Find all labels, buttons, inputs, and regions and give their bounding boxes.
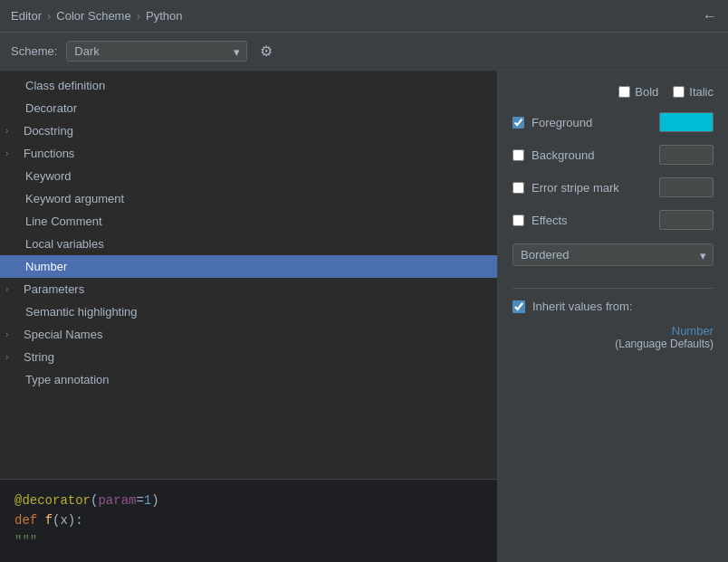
code-number: 1 xyxy=(144,493,151,508)
code-def: def xyxy=(14,513,37,528)
list-item-label: Class definition xyxy=(25,79,105,92)
background-row: Background xyxy=(512,142,714,167)
foreground-left: Foreground xyxy=(512,116,592,129)
inherit-source-name[interactable]: Number xyxy=(512,324,714,338)
list-area: Class definition Decorator › Docstring ›… xyxy=(0,71,497,479)
list-item-line-comment[interactable]: Line Comment xyxy=(0,210,497,233)
italic-checkbox[interactable] xyxy=(673,86,685,98)
background-left: Background xyxy=(512,148,594,162)
list-item-label: Local variables xyxy=(25,237,104,251)
list-item-string[interactable]: › String xyxy=(0,346,497,368)
foreground-row: Foreground xyxy=(512,110,714,135)
effects-swatch[interactable] xyxy=(659,210,714,230)
code-eq: = xyxy=(136,493,143,508)
code-func-name: f xyxy=(45,513,53,528)
left-panel: Class definition Decorator › Docstring ›… xyxy=(0,71,498,562)
background-checkbox[interactable] xyxy=(512,149,524,161)
expand-arrow-parameters: › xyxy=(5,284,20,294)
list-item-label: Line Comment xyxy=(25,214,102,228)
list-item-label: Functions xyxy=(24,147,74,160)
list-item-number[interactable]: Number xyxy=(0,255,497,278)
list-item-class-definition[interactable]: Class definition xyxy=(0,74,497,97)
list-item-keyword[interactable]: Keyword xyxy=(0,165,497,187)
list-item-docstring[interactable]: › Docstring xyxy=(0,119,497,142)
code-func-sig: (x): xyxy=(53,513,83,528)
preview-area: @decorator(param=1) def f(x): """ xyxy=(0,479,497,562)
code-space xyxy=(37,513,44,528)
preview-line-3: """ xyxy=(14,531,483,551)
error-stripe-label: Error stripe mark xyxy=(532,181,619,195)
effects-left: Effects xyxy=(512,214,568,227)
expand-arrow-docstring: › xyxy=(5,126,20,136)
breadcrumb-color-scheme[interactable]: Color Scheme xyxy=(56,9,130,23)
list-item-local-variables[interactable]: Local variables xyxy=(0,233,497,255)
error-stripe-left: Error stripe mark xyxy=(512,181,619,195)
expand-arrow-string: › xyxy=(5,352,20,362)
expand-arrow-functions: › xyxy=(5,148,20,158)
back-button[interactable]: ← xyxy=(703,8,717,24)
list-item-semantic-highlighting[interactable]: Semantic highlighting xyxy=(0,300,497,323)
list-item-type-annotation[interactable]: Type annotation xyxy=(0,368,497,391)
foreground-checkbox[interactable] xyxy=(512,117,524,129)
bold-italic-row: Bold Italic xyxy=(512,85,714,99)
breadcrumb: Editor › Color Scheme › Python xyxy=(11,9,183,23)
list-item-decorator[interactable]: Decorator xyxy=(0,97,497,119)
background-swatch[interactable] xyxy=(659,145,714,165)
background-label: Background xyxy=(532,148,594,162)
bold-label: Bold xyxy=(635,85,658,99)
list-item-label: Keyword xyxy=(25,169,72,183)
list-item-label: Decorator xyxy=(25,101,77,115)
scheme-label: Scheme: xyxy=(11,44,57,58)
list-item-special-names[interactable]: › Special Names xyxy=(0,323,497,346)
list-item-label: Docstring xyxy=(24,124,73,138)
breadcrumb-sep-2: › xyxy=(137,9,140,23)
inherit-row: Inherit values from: xyxy=(512,300,714,313)
effects-style-row: Bordered Underscored Bold underscored Un… xyxy=(512,243,714,266)
separator xyxy=(512,288,714,289)
inherit-source-sub: (Language Defaults) xyxy=(512,338,714,350)
bold-checkbox[interactable] xyxy=(618,86,630,98)
italic-label: Italic xyxy=(689,85,714,99)
effects-style-select-wrapper: Bordered Underscored Bold underscored Un… xyxy=(512,243,714,266)
preview-line-1: @decorator(param=1) xyxy=(14,491,483,510)
list-item-label: Type annotation xyxy=(25,373,110,386)
scheme-select[interactable]: Dark Darcula IntelliJ Light High Contras… xyxy=(66,41,247,62)
code-docstring: """ xyxy=(14,534,37,548)
list-item-label: Special Names xyxy=(24,328,102,341)
inherit-source: Number (Language Defaults) xyxy=(512,324,714,350)
inherit-checkbox[interactable] xyxy=(512,300,525,313)
error-stripe-checkbox[interactable] xyxy=(512,182,524,194)
scheme-gear-button[interactable]: ⚙︎ xyxy=(256,41,276,62)
scheme-select-wrapper: Dark Darcula IntelliJ Light High Contras… xyxy=(66,41,247,62)
main-content: Class definition Decorator › Docstring ›… xyxy=(0,71,728,562)
breadcrumb-sep-1: › xyxy=(47,9,51,23)
scheme-row: Scheme: Dark Darcula IntelliJ Light High… xyxy=(0,33,728,71)
list-item-parameters[interactable]: › Parameters xyxy=(0,278,497,300)
breadcrumb-python[interactable]: Python xyxy=(146,9,182,23)
list-item-label: Number xyxy=(25,260,67,273)
list-item-keyword-argument[interactable]: Keyword argument xyxy=(0,187,497,210)
code-param: param xyxy=(98,493,136,508)
list-item-label: String xyxy=(24,350,54,364)
error-stripe-swatch[interactable] xyxy=(659,177,714,197)
right-panel: Bold Italic Foreground Background xyxy=(498,71,728,562)
header: Editor › Color Scheme › Python ← xyxy=(0,0,728,33)
foreground-swatch[interactable] xyxy=(659,112,714,132)
list-item-label: Keyword argument xyxy=(25,192,124,205)
expand-arrow-special-names: › xyxy=(5,329,20,339)
list-item-label: Semantic highlighting xyxy=(25,305,138,319)
breadcrumb-editor[interactable]: Editor xyxy=(11,9,42,23)
code-decorator: @decorator xyxy=(14,493,91,508)
list-item-label: Parameters xyxy=(24,282,84,296)
error-stripe-row: Error stripe mark xyxy=(512,175,714,200)
italic-checkbox-label[interactable]: Italic xyxy=(673,85,714,99)
effects-style-select[interactable]: Bordered Underscored Bold underscored Un… xyxy=(512,243,714,266)
effects-label: Effects xyxy=(532,214,568,227)
inherit-label: Inherit values from: xyxy=(532,300,633,313)
effects-checkbox[interactable] xyxy=(512,214,524,226)
code-paren-close: ) xyxy=(151,493,158,508)
preview-line-2: def f(x): xyxy=(14,510,483,530)
bold-checkbox-label[interactable]: Bold xyxy=(618,85,658,99)
foreground-label: Foreground xyxy=(532,116,592,129)
list-item-functions[interactable]: › Functions xyxy=(0,142,497,165)
